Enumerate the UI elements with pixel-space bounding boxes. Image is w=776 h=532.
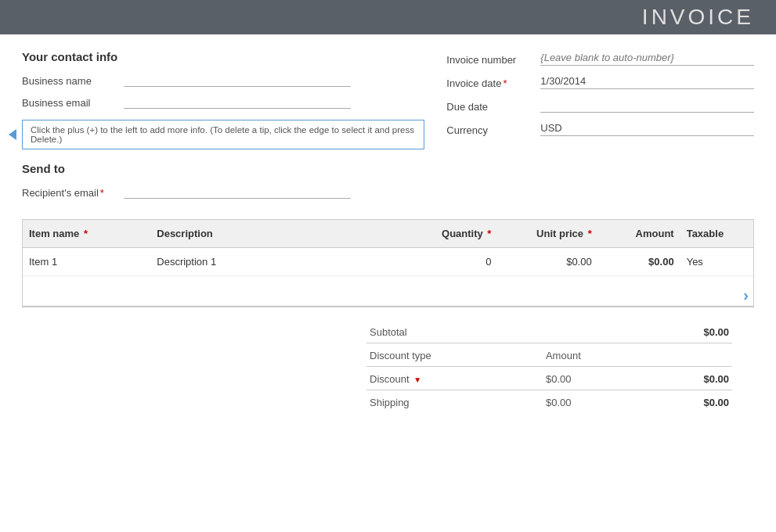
cell-description: Description 1 bbox=[150, 248, 397, 276]
main-content: Your contact info Business name Business… bbox=[0, 34, 776, 421]
discount-header-value bbox=[650, 343, 732, 367]
col-taxable: Taxable bbox=[680, 220, 753, 248]
table-header-row: Item name * Description Quantity * Unit … bbox=[23, 220, 753, 248]
right-column: Invoice number Invoice date* Due date Cu… bbox=[446, 50, 754, 205]
shipping-label: Shipping bbox=[366, 390, 543, 414]
invoice-number-label: Invoice number bbox=[446, 54, 540, 66]
col-amount: Amount bbox=[598, 220, 680, 248]
invoice-date-row: Invoice date* bbox=[446, 74, 754, 89]
tooltip-text: Click the plus (+) to the left to add mo… bbox=[31, 125, 414, 144]
business-name-input[interactable] bbox=[124, 71, 351, 87]
discount-mid-value: $0.00 bbox=[543, 367, 650, 390]
discount-header-row: Discount type Amount bbox=[366, 343, 732, 367]
due-date-label: Due date bbox=[446, 101, 540, 113]
send-to-title: Send to bbox=[22, 162, 424, 175]
business-email-label: Business email bbox=[22, 97, 124, 109]
left-column: Your contact info Business name Business… bbox=[22, 50, 424, 205]
invoice-number-row: Invoice number bbox=[446, 50, 754, 66]
send-to-section: Send to Recipient's email* bbox=[22, 162, 424, 199]
discount-value: $0.00 bbox=[650, 367, 732, 390]
subtotal-mid bbox=[543, 322, 650, 343]
recipient-email-row: Recipient's email* bbox=[22, 183, 424, 199]
col-item-name: Item name * bbox=[23, 220, 150, 248]
business-name-row: Business name bbox=[22, 71, 424, 87]
due-date-input[interactable] bbox=[540, 97, 754, 113]
totals-section: Subtotal $0.00 Discount type Amount Disc… bbox=[22, 322, 754, 413]
invoice-number-input[interactable] bbox=[540, 50, 754, 66]
shipping-value: $0.00 bbox=[650, 390, 732, 414]
subtotal-label: Subtotal bbox=[366, 322, 543, 343]
drag-handle-icon[interactable]: › bbox=[743, 286, 749, 296]
discount-type-label: Discount type bbox=[366, 343, 543, 367]
currency-row: Currency bbox=[446, 120, 754, 136]
quantity-required: * bbox=[485, 228, 492, 239]
header: INVOICE bbox=[0, 0, 776, 34]
discount-row: Discount ▼ $0.00 $0.00 bbox=[366, 367, 732, 390]
invoice-table-section: Item name * Description Quantity * Unit … bbox=[22, 219, 754, 307]
subtotal-row: Subtotal $0.00 bbox=[366, 322, 732, 343]
business-email-row: Business email bbox=[22, 93, 424, 109]
shipping-row: Shipping $0.00 $0.00 bbox=[366, 390, 732, 414]
table-row: Item 1 Description 1 0 $0.00 $0.00 bbox=[23, 248, 753, 276]
recipient-email-label: Recipient's email* bbox=[22, 187, 124, 199]
due-date-row: Due date bbox=[446, 97, 754, 113]
page-title: INVOICE bbox=[642, 5, 754, 30]
cell-quantity: 0 bbox=[397, 248, 497, 276]
cell-unit-price: $0.00 bbox=[497, 248, 597, 276]
recipient-email-required-star: * bbox=[100, 187, 104, 199]
subtotal-value: $0.00 bbox=[650, 322, 732, 343]
item-name-required: * bbox=[81, 228, 88, 239]
cell-amount: $0.00 bbox=[598, 248, 680, 276]
business-email-input[interactable] bbox=[124, 93, 351, 109]
col-description: Description bbox=[150, 220, 397, 248]
invoice-table-wrapper: Item name * Description Quantity * Unit … bbox=[22, 205, 754, 307]
discount-dropdown-arrow[interactable]: ▼ bbox=[413, 376, 421, 384]
currency-input[interactable] bbox=[540, 120, 754, 136]
business-name-label: Business name bbox=[22, 75, 124, 87]
discount-label: Discount ▼ bbox=[366, 367, 543, 390]
tooltip-box: Click the plus (+) to the left to add mo… bbox=[22, 120, 424, 149]
shipping-mid-value: $0.00 bbox=[543, 390, 650, 414]
discount-amount-label: Amount bbox=[543, 343, 650, 367]
unit-price-required: * bbox=[585, 228, 592, 239]
empty-row: › bbox=[23, 276, 753, 306]
top-section: Your contact info Business name Business… bbox=[22, 50, 754, 205]
col-unit-price: Unit price * bbox=[497, 220, 597, 248]
currency-label: Currency bbox=[446, 124, 540, 136]
recipient-email-input[interactable] bbox=[124, 183, 351, 199]
col-quantity: Quantity * bbox=[397, 220, 497, 248]
cell-item-name: Item 1 bbox=[23, 248, 150, 276]
invoice-table: Item name * Description Quantity * Unit … bbox=[23, 220, 753, 306]
cell-taxable: Yes bbox=[680, 248, 753, 276]
totals-table: Subtotal $0.00 Discount type Amount Disc… bbox=[366, 322, 732, 413]
invoice-date-label: Invoice date* bbox=[446, 77, 540, 89]
tooltip-arrow bbox=[9, 129, 16, 140]
contact-info-title: Your contact info bbox=[22, 50, 424, 63]
invoice-date-required-star: * bbox=[503, 77, 507, 89]
invoice-date-input[interactable] bbox=[540, 74, 754, 89]
